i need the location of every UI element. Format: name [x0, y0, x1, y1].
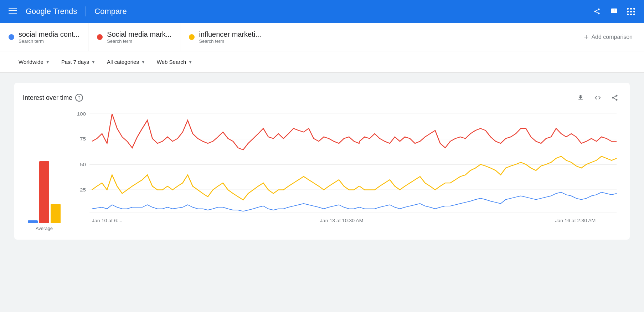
svg-point-10 [616, 95, 618, 97]
svg-text:25: 25 [80, 187, 86, 193]
svg-text:100: 100 [77, 111, 86, 117]
header: Google Trends Compare ! [0, 0, 644, 23]
category-filter-label: All categories [107, 59, 139, 65]
search-term-3[interactable]: influencer marketi... Search term [180, 23, 270, 51]
svg-point-12 [616, 99, 618, 101]
svg-point-3 [598, 9, 600, 10]
apps-button[interactable] [624, 4, 638, 19]
svg-text:Jan 16 at 2:30 AM: Jan 16 at 2:30 AM [555, 218, 596, 223]
download-button[interactable] [574, 91, 587, 104]
share-chart-button[interactable] [608, 91, 621, 104]
line-chart-svg: 100 75 50 25 Jan 10 at 6:... Jan 13 at 1… [71, 110, 621, 231]
blue-line [92, 192, 617, 211]
red-line [92, 114, 617, 150]
bar-chart-bars [28, 137, 61, 223]
geo-filter-label: Worldwide [19, 59, 43, 65]
yellow-line [92, 156, 617, 200]
term-1-dot [9, 34, 14, 40]
svg-text:50: 50 [80, 162, 86, 167]
add-comparison-label: Add comparison [591, 34, 633, 40]
svg-line-7 [596, 10, 598, 11]
svg-line-14 [614, 96, 616, 97]
header-divider [86, 6, 86, 16]
term-1-name: social media cont... [19, 30, 79, 39]
chart-header: Interest over time ? [23, 91, 621, 104]
feedback-button[interactable]: ! [607, 4, 621, 19]
type-filter-label: Web Search [157, 59, 186, 65]
menu-icon[interactable] [6, 4, 20, 20]
category-filter-chevron: ▼ [141, 60, 145, 65]
search-term-1[interactable]: social media cont... Search term [0, 23, 88, 51]
help-icon[interactable]: ? [75, 94, 83, 102]
svg-rect-2 [9, 13, 17, 14]
geo-filter[interactable]: Worldwide ▼ [14, 56, 54, 68]
svg-line-6 [596, 12, 598, 13]
svg-point-5 [598, 12, 600, 14]
search-term-2[interactable]: Social media mark... Search term [88, 23, 180, 51]
svg-text:Jan 13 at 10:30 AM: Jan 13 at 10:30 AM [320, 218, 364, 223]
type-filter[interactable]: Web Search ▼ [153, 56, 197, 68]
add-icon: + [584, 32, 589, 42]
svg-line-13 [614, 98, 616, 99]
bar-red [39, 161, 49, 223]
chart-title-area: Interest over time ? [23, 94, 83, 102]
chart-container: Average 100 75 50 25 Jan 10 a [23, 110, 621, 231]
geo-filter-chevron: ▼ [46, 60, 50, 65]
average-label: Average [36, 226, 53, 231]
term-3-type: Search term [199, 39, 261, 44]
type-filter-chevron: ▼ [188, 60, 192, 65]
time-filter-chevron: ▼ [91, 60, 96, 65]
interest-over-time-card: Interest over time ? [14, 83, 630, 240]
average-bar-chart: Average [23, 110, 66, 231]
embed-button[interactable] [591, 91, 604, 104]
main-content: Interest over time ? [0, 73, 644, 247]
svg-text:75: 75 [80, 136, 86, 142]
category-filter[interactable]: All categories ▼ [103, 56, 150, 68]
term-3-dot [189, 34, 195, 40]
page-title: Compare [94, 7, 127, 16]
svg-point-11 [612, 97, 614, 99]
term-3-name: influencer marketi... [199, 30, 261, 39]
header-actions: ! [590, 4, 638, 19]
term-1-type: Search term [19, 39, 79, 44]
svg-rect-0 [9, 8, 17, 9]
svg-point-4 [594, 11, 596, 12]
term-2-info: Social media mark... Search term [107, 30, 171, 44]
add-comparison-button[interactable]: + Add comparison [573, 23, 644, 51]
share-button[interactable] [590, 4, 604, 19]
time-filter-label: Past 7 days [61, 59, 89, 65]
search-terms-bar: social media cont... Search term Social … [0, 23, 644, 51]
term-2-dot [97, 34, 103, 40]
app-logo: Google Trends [26, 7, 77, 16]
svg-text:!: ! [613, 9, 614, 13]
svg-rect-1 [9, 10, 17, 11]
chart-title: Interest over time [23, 94, 72, 102]
chart-actions [574, 91, 621, 104]
svg-text:Jan 10 at 6:...: Jan 10 at 6:... [92, 218, 123, 223]
line-chart-area: 100 75 50 25 Jan 10 at 6:... Jan 13 at 1… [71, 110, 621, 231]
filter-bar: Worldwide ▼ Past 7 days ▼ All categories… [0, 51, 644, 73]
term-2-type: Search term [107, 39, 171, 44]
term-1-info: social media cont... Search term [19, 30, 79, 44]
bar-yellow [51, 204, 61, 223]
term-3-info: influencer marketi... Search term [199, 30, 261, 44]
bar-blue [28, 220, 38, 223]
time-filter[interactable]: Past 7 days ▼ [57, 56, 100, 68]
term-2-name: Social media mark... [107, 30, 171, 39]
